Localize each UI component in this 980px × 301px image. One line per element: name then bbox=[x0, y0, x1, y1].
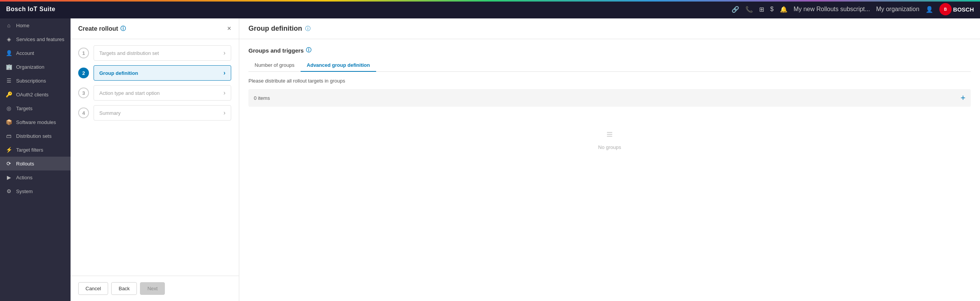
step-label-1: Targets and distribution set bbox=[99, 50, 159, 56]
group-definition-info-icon[interactable]: ⓘ bbox=[305, 25, 311, 32]
tab-number-of-groups[interactable]: Number of groups bbox=[248, 59, 301, 72]
sidebar-item-label-distribution-sets: Distribution sets bbox=[16, 133, 51, 139]
top-bar-actions: 🔗 📞 ⊞ $ 🔔 My new Rollouts subscript... M… bbox=[732, 3, 974, 15]
layout-icon[interactable]: ⊞ bbox=[759, 6, 764, 13]
sidebar-item-home[interactable]: ⌂ Home bbox=[0, 18, 71, 32]
step-box-4[interactable]: Summary › bbox=[94, 105, 231, 121]
software-modules-icon: 📦 bbox=[5, 119, 12, 125]
wizard-header: Create rollout ⓘ × bbox=[71, 18, 239, 39]
sidebar-item-subscriptions[interactable]: ☰ Subscriptions bbox=[0, 74, 71, 88]
step-number-3: 3 bbox=[78, 88, 89, 98]
bosch-label: BOSCH bbox=[953, 6, 974, 13]
sidebar-item-label-oauth2: OAuth2 clients bbox=[16, 92, 49, 98]
step-label-3: Action type and start option bbox=[99, 90, 160, 96]
sidebar-item-account[interactable]: 👤 Account bbox=[0, 46, 71, 60]
targets-icon: ◎ bbox=[5, 105, 12, 111]
wizard-title-text: Create rollout bbox=[78, 25, 118, 32]
sidebar: ⌂ Home ◈ Services and features 👤 Account… bbox=[0, 18, 71, 301]
items-row: 0 items + bbox=[248, 89, 971, 107]
step-arrow-1: › bbox=[224, 50, 225, 56]
step-box-2[interactable]: Group definition › bbox=[94, 65, 231, 81]
add-group-button[interactable]: + bbox=[960, 93, 965, 103]
groups-triggers-info-icon[interactable]: ⓘ bbox=[306, 47, 311, 54]
bell-icon[interactable]: 🔔 bbox=[780, 6, 788, 13]
organization-label[interactable]: My organization bbox=[876, 6, 919, 13]
sidebar-item-label-software-modules: Software modules bbox=[16, 119, 56, 125]
sidebar-item-oauth2[interactable]: 🔑 OAuth2 clients bbox=[0, 88, 71, 101]
wizard-step-2: 2 Group definition › bbox=[78, 65, 231, 81]
rollouts-icon: ⟳ bbox=[5, 160, 12, 167]
user-icon[interactable]: 👤 bbox=[926, 6, 933, 13]
distribution-sets-icon: 🗃 bbox=[5, 133, 12, 139]
sidebar-item-label-subscriptions: Subscriptions bbox=[16, 78, 46, 84]
sidebar-item-target-filters[interactable]: ⚡ Target filters bbox=[0, 143, 71, 157]
distribute-notice: Please distribute all rollout targets in… bbox=[248, 78, 971, 84]
wizard-close-button[interactable]: × bbox=[227, 25, 231, 33]
sidebar-item-rollouts[interactable]: ⟳ Rollouts bbox=[0, 157, 71, 170]
wizard-steps: 1 Targets and distribution set › 2 Group… bbox=[71, 39, 239, 276]
phone-icon[interactable]: 📞 bbox=[745, 6, 753, 13]
system-icon: ⚙ bbox=[5, 188, 12, 194]
sidebar-item-label-target-filters: Target filters bbox=[16, 147, 43, 153]
wizard-footer: Cancel Back Next bbox=[71, 276, 239, 301]
top-bar: Bosch IoT Suite 🔗 📞 ⊞ $ 🔔 My new Rollout… bbox=[0, 0, 980, 18]
group-definition-title: Group definition bbox=[248, 25, 302, 33]
subscriptions-icon: ☰ bbox=[5, 78, 12, 84]
step-number-2: 2 bbox=[78, 68, 89, 78]
sidebar-item-label-organization: Organization bbox=[16, 64, 44, 70]
step-label-4: Summary bbox=[99, 110, 121, 116]
step-arrow-3: › bbox=[224, 89, 225, 96]
bosch-logo-icon: B bbox=[939, 3, 952, 15]
step-number-4: 4 bbox=[78, 108, 89, 118]
organization-icon: 🏢 bbox=[5, 64, 12, 70]
step-box-3[interactable]: Action type and start option › bbox=[94, 85, 231, 101]
items-count: 0 items bbox=[254, 95, 270, 101]
groups-triggers-label: Groups and triggers bbox=[248, 47, 304, 54]
subscription-label[interactable]: My new Rollouts subscript... bbox=[794, 6, 870, 13]
home-icon: ⌂ bbox=[5, 22, 12, 28]
sidebar-item-label-system: System bbox=[16, 189, 33, 194]
sidebar-item-services-features[interactable]: ◈ Services and features bbox=[0, 32, 71, 46]
tabs-container: Number of groups Advanced group definiti… bbox=[248, 59, 971, 72]
sidebar-item-label-services: Services and features bbox=[16, 36, 64, 42]
tab-advanced-group-definition[interactable]: Advanced group definition bbox=[301, 59, 376, 72]
step-number-1: 1 bbox=[78, 48, 89, 58]
account-icon: 👤 bbox=[5, 50, 12, 56]
wizard-title: Create rollout ⓘ bbox=[78, 25, 126, 32]
actions-icon: ▶ bbox=[5, 174, 12, 180]
back-button[interactable]: Back bbox=[111, 282, 137, 295]
wizard-step-4: 4 Summary › bbox=[78, 105, 231, 121]
no-groups-icon: ≡ bbox=[607, 128, 613, 141]
bosch-logo: B BOSCH bbox=[939, 3, 974, 15]
next-button[interactable]: Next bbox=[140, 282, 165, 295]
cancel-button[interactable]: Cancel bbox=[78, 282, 108, 295]
group-definition-body: Groups and triggers ⓘ Number of groups A… bbox=[239, 39, 980, 301]
step-arrow-4: › bbox=[224, 109, 225, 116]
main-layout: ⌂ Home ◈ Services and features 👤 Account… bbox=[0, 18, 980, 301]
sidebar-item-software-modules[interactable]: 📦 Software modules bbox=[0, 115, 71, 129]
sidebar-item-label-home: Home bbox=[16, 23, 30, 28]
wizard-step-1: 1 Targets and distribution set › bbox=[78, 45, 231, 61]
step-label-2: Group definition bbox=[99, 70, 138, 76]
oauth2-icon: 🔑 bbox=[5, 91, 12, 98]
wizard-panel: Create rollout ⓘ × 1 Targets and distrib… bbox=[71, 18, 239, 301]
sidebar-item-label-rollouts: Rollouts bbox=[16, 161, 34, 167]
sidebar-item-targets[interactable]: ◎ Targets bbox=[0, 101, 71, 115]
services-icon: ◈ bbox=[5, 36, 12, 42]
wizard-step-3: 3 Action type and start option › bbox=[78, 85, 231, 101]
no-groups-area: ≡ No groups bbox=[248, 113, 971, 165]
dollar-icon[interactable]: $ bbox=[770, 6, 774, 13]
rainbow-bar bbox=[0, 0, 980, 2]
wizard-info-icon[interactable]: ⓘ bbox=[120, 25, 126, 32]
app-title: Bosch IoT Suite bbox=[6, 6, 55, 13]
share-icon[interactable]: 🔗 bbox=[732, 6, 739, 13]
group-definition-panel: Group definition ⓘ Groups and triggers ⓘ… bbox=[239, 18, 980, 301]
content-area: Create rollout ⓘ × 1 Targets and distrib… bbox=[71, 18, 980, 301]
sidebar-item-label-actions: Actions bbox=[16, 175, 33, 180]
sidebar-item-actions[interactable]: ▶ Actions bbox=[0, 170, 71, 184]
sidebar-item-system[interactable]: ⚙ System bbox=[0, 184, 71, 198]
step-box-1[interactable]: Targets and distribution set › bbox=[94, 45, 231, 61]
target-filters-icon: ⚡ bbox=[5, 147, 12, 153]
sidebar-item-organization[interactable]: 🏢 Organization bbox=[0, 60, 71, 74]
sidebar-item-distribution-sets[interactable]: 🗃 Distribution sets bbox=[0, 129, 71, 143]
